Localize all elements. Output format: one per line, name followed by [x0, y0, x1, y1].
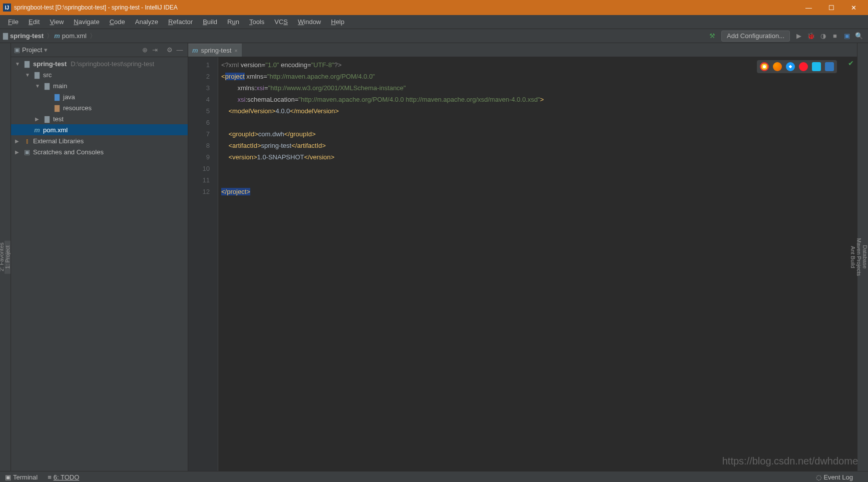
- search-everywhere-icon[interactable]: 🔍: [853, 30, 865, 42]
- tree-extlib-label: External Libraries: [33, 137, 84, 145]
- tool-terminal[interactable]: ▣Terminal: [5, 473, 38, 481]
- inspection-ok-icon[interactable]: ✔: [848, 59, 854, 67]
- tree-src-label: src: [43, 71, 52, 79]
- menu-edit[interactable]: Edit: [24, 17, 45, 27]
- tree-root[interactable]: ▼▇ spring-test D:\springboot-test\spring…: [11, 58, 188, 69]
- menu-vcs[interactable]: VCS: [269, 17, 293, 27]
- bottom-tools: ▣Terminal ≡6: TODO ◌Event Log: [0, 471, 868, 482]
- tree-root-label: spring-test: [33, 60, 67, 68]
- menu-view[interactable]: View: [45, 17, 69, 27]
- menu-code[interactable]: Code: [105, 17, 130, 27]
- gear-icon[interactable]: ⚙: [165, 46, 175, 54]
- tool-todo[interactable]: ≡6: TODO: [48, 473, 79, 481]
- ie-icon[interactable]: [812, 62, 821, 71]
- project-view-icon: ▣: [14, 46, 20, 54]
- stop-icon[interactable]: ■: [829, 30, 841, 42]
- menu-tools[interactable]: Tools: [244, 17, 269, 27]
- window-title: springboot-test [D:\springboot-test] - s…: [14, 4, 797, 11]
- right-tool-gutter: Database Maven Projects Ant Build: [857, 43, 868, 471]
- close-button[interactable]: ✕: [842, 0, 865, 15]
- left-tool-gutter: 1: Project 2: Favorites 7: Structure: [0, 43, 11, 471]
- tree-java-label: java: [63, 93, 75, 101]
- navbar: ▇ spring-test 〉 m pom.xml 〉 ⚒ Add Config…: [0, 29, 868, 43]
- code-area[interactable]: 123456789101112 ✔ <?xml version="1.0" en…: [188, 57, 857, 471]
- line-gutter: 123456789101112: [188, 57, 218, 471]
- tree-main[interactable]: ▼▇ main: [11, 80, 188, 91]
- tool-database[interactable]: Database: [862, 240, 868, 274]
- edge-icon[interactable]: [825, 62, 834, 71]
- minimize-button[interactable]: —: [797, 0, 820, 15]
- menubar: File Edit View Navigate Code Analyze Ref…: [0, 15, 868, 29]
- tool-project[interactable]: 1: Project: [5, 240, 11, 274]
- tree-test[interactable]: ▶▇ test: [11, 113, 188, 124]
- folder-icon: ▇: [3, 32, 8, 40]
- tree-java[interactable]: ▇ java: [11, 91, 188, 102]
- tree-src[interactable]: ▼▇ src: [11, 69, 188, 80]
- run-icon[interactable]: ▶: [793, 30, 805, 42]
- menu-window[interactable]: Window: [293, 17, 326, 27]
- menu-help[interactable]: Help: [326, 17, 349, 27]
- tree-test-label: test: [53, 115, 64, 123]
- tree-scratch[interactable]: ▶▣ Scratches and Consoles: [11, 146, 188, 157]
- tree-root-path: D:\springboot-test\spring-test: [71, 60, 154, 68]
- breadcrumb-sep: 〉: [47, 32, 53, 41]
- close-tab-icon[interactable]: ×: [234, 48, 237, 54]
- editor-tab-spring-test[interactable]: m spring-test ×: [188, 44, 242, 57]
- editor: m spring-test × 123456789101112 ✔ <?xml …: [188, 43, 857, 471]
- build-icon[interactable]: ⚒: [706, 30, 718, 42]
- maximize-button[interactable]: ☐: [820, 0, 842, 15]
- intellij-icon: IJ: [3, 4, 11, 12]
- firefox-icon[interactable]: [773, 62, 782, 71]
- maven-file-icon: m: [54, 32, 60, 40]
- tree-main-label: main: [53, 82, 67, 90]
- safari-icon[interactable]: [786, 62, 795, 71]
- update-icon[interactable]: ▣: [841, 30, 853, 42]
- tool-favorites[interactable]: 2: Favorites: [0, 237, 5, 276]
- breadcrumb-root[interactable]: ▇ spring-test: [3, 32, 44, 40]
- editor-tab-label: spring-test: [201, 47, 232, 54]
- add-configuration-button[interactable]: Add Configuration...: [721, 31, 790, 42]
- tree-extlib[interactable]: ▶⫿ External Libraries: [11, 135, 188, 146]
- breadcrumb-root-label: spring-test: [10, 32, 44, 40]
- project-header: ▣ Project ▾ ⊕ ⇥ ⚙ —: [11, 43, 188, 57]
- project-title[interactable]: Project: [22, 46, 42, 54]
- browser-preview-bar: [757, 60, 837, 73]
- hide-icon[interactable]: —: [175, 46, 185, 54]
- menu-run[interactable]: Run: [222, 17, 244, 27]
- tree-pom[interactable]: m pom.xml: [11, 124, 188, 135]
- menu-refactor[interactable]: Refactor: [163, 17, 198, 27]
- project-tree[interactable]: ▼▇ spring-test D:\springboot-test\spring…: [11, 57, 188, 471]
- menu-file[interactable]: File: [3, 17, 24, 27]
- eventlog-icon: ◌: [816, 473, 821, 481]
- tool-eventlog[interactable]: ◌Event Log: [816, 473, 853, 481]
- titlebar: IJ springboot-test [D:\springboot-test] …: [0, 0, 868, 15]
- menu-build[interactable]: Build: [198, 17, 222, 27]
- opera-icon[interactable]: [799, 62, 808, 71]
- maven-file-icon: m: [192, 47, 198, 54]
- tree-pom-label: pom.xml: [43, 126, 68, 134]
- tree-resources[interactable]: ▇ resources: [11, 102, 188, 113]
- coverage-icon[interactable]: ◑: [817, 30, 829, 42]
- debug-icon[interactable]: 🐞: [805, 30, 817, 42]
- terminal-icon: ▣: [5, 473, 11, 481]
- editor-tabs: m spring-test ×: [188, 43, 857, 57]
- breadcrumb-sep-end: 〉: [90, 32, 96, 41]
- dropdown-icon[interactable]: ▾: [44, 46, 48, 54]
- menu-navigate[interactable]: Navigate: [69, 17, 104, 27]
- project-panel: ▣ Project ▾ ⊕ ⇥ ⚙ — ▼▇ spring-test D:\sp…: [11, 43, 188, 471]
- code-text[interactable]: ✔ <?xml version="1.0" encoding="UTF-8"?>…: [218, 57, 857, 471]
- tree-scratch-label: Scratches and Consoles: [33, 148, 104, 156]
- todo-icon: ≡: [48, 473, 52, 481]
- collapse-icon[interactable]: ⇥: [150, 46, 160, 54]
- breadcrumb-file[interactable]: m pom.xml: [54, 32, 87, 40]
- breadcrumb-file-label: pom.xml: [62, 32, 87, 40]
- chrome-icon[interactable]: [760, 62, 769, 71]
- locate-icon[interactable]: ⊕: [140, 46, 150, 54]
- tree-resources-label: resources: [63, 104, 92, 112]
- menu-analyze[interactable]: Analyze: [130, 17, 163, 27]
